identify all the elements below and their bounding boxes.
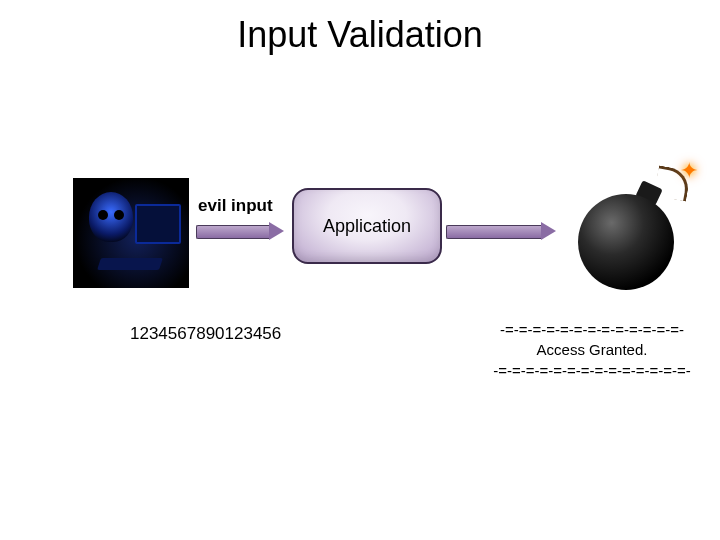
arrow-app-to-bomb xyxy=(446,222,556,240)
application-node: Application xyxy=(292,188,442,264)
keyboard-icon xyxy=(97,258,163,270)
bomb-icon: ✦ xyxy=(564,158,704,298)
arrow-input-to-app xyxy=(196,222,284,240)
card-number-text: 1234567890123456 xyxy=(130,324,281,344)
skull-icon xyxy=(89,192,133,242)
slide: Input Validation evil input Application … xyxy=(0,0,720,540)
monitor-icon xyxy=(135,204,181,244)
rule-bottom: -=-=-=-=-=-=-=-=-=-=-=-=-=-=- xyxy=(493,362,691,379)
slide-title: Input Validation xyxy=(0,14,720,56)
spark-icon: ✦ xyxy=(680,158,698,184)
rule-top: -=-=-=-=-=-=-=-=-=-=-=-=-=- xyxy=(500,321,684,338)
application-label: Application xyxy=(323,216,411,237)
evil-input-label: evil input xyxy=(198,196,273,216)
hacker-image xyxy=(73,178,189,288)
access-message: Access Granted. xyxy=(537,341,648,358)
access-granted-block: -=-=-=-=-=-=-=-=-=-=-=-=-=- Access Grant… xyxy=(478,320,706,381)
